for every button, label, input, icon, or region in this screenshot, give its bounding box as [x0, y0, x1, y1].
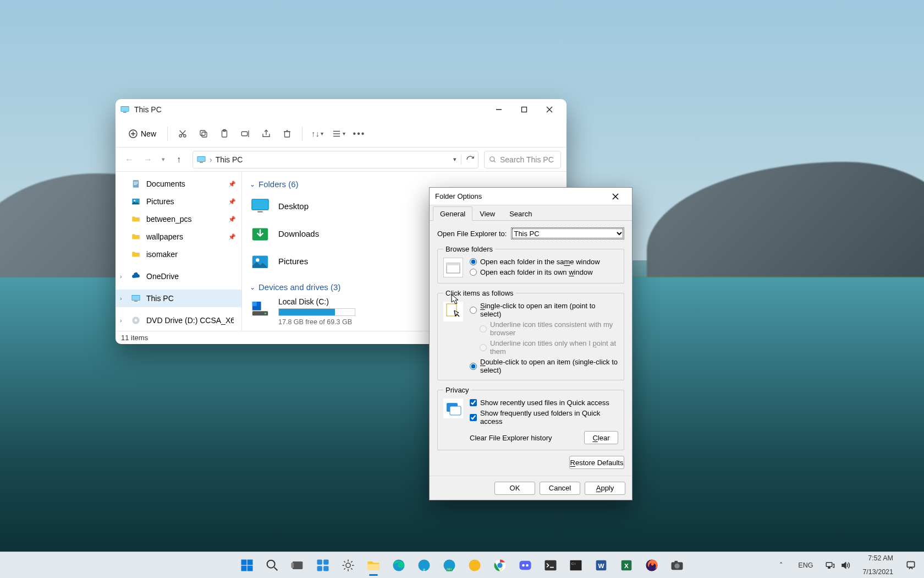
tray-chevron[interactable]: ˄ — [773, 558, 789, 572]
svg-point-83 — [522, 564, 525, 566]
address-dropdown-icon[interactable]: ▾ — [453, 156, 457, 163]
svg-point-36 — [134, 200, 135, 201]
dialog-titlebar[interactable]: Folder Options — [430, 188, 632, 205]
taskview-button[interactable] — [286, 554, 309, 577]
svg-point-47 — [256, 258, 259, 261]
edge-canary-taskbar[interactable] — [463, 554, 486, 577]
tab-view[interactable]: View — [472, 206, 502, 221]
svg-point-51 — [265, 313, 266, 314]
search-placeholder: Search This PC — [500, 155, 554, 164]
cmd-taskbar[interactable]: C:\ — [564, 554, 587, 577]
view-button[interactable]: ▾ — [329, 124, 348, 143]
chevron-down-icon: ⌄ — [250, 181, 255, 188]
svg-rect-61 — [241, 565, 247, 571]
word-taskbar[interactable]: W — [590, 554, 613, 577]
tab-search[interactable]: Search — [502, 206, 539, 221]
cut-button[interactable] — [173, 124, 192, 143]
clear-button[interactable]: Clear — [584, 431, 618, 444]
svg-rect-65 — [293, 561, 303, 569]
dialog-button-row: OK Cancel Apply — [430, 476, 632, 500]
check-recent-files[interactable]: Show recently used files in Quick access — [470, 399, 618, 407]
cancel-button[interactable]: Cancel — [540, 482, 580, 495]
notifications-button[interactable] — [902, 558, 920, 573]
sidebar-item-onedrive[interactable]: ›OneDrive — [116, 268, 241, 285]
tab-general[interactable]: General — [433, 206, 472, 221]
open-explorer-select[interactable]: This PC — [511, 227, 624, 239]
forward-button[interactable]: → — [140, 151, 156, 168]
settings-button[interactable] — [337, 554, 360, 577]
apply-button[interactable]: Apply — [585, 482, 625, 495]
breadcrumb[interactable]: This PC — [216, 155, 243, 164]
sort-button[interactable]: ↑↓▾ — [308, 124, 327, 143]
svg-rect-97 — [828, 567, 830, 568]
folder-icon — [131, 214, 141, 224]
chevron-right-icon[interactable]: › — [120, 295, 122, 302]
pictures-folder-icon — [250, 250, 271, 271]
search-box[interactable]: Search This PC — [484, 151, 561, 168]
svg-rect-60 — [248, 559, 253, 565]
thispc-icon — [131, 293, 141, 303]
sidebar-item-wallpapers[interactable]: wallpapers📌 — [116, 228, 241, 246]
svg-line-30 — [494, 160, 496, 162]
check-frequent-folders[interactable]: Show frequently used folders in Quick ac… — [470, 409, 618, 426]
discord-taskbar[interactable] — [514, 554, 537, 577]
more-button[interactable]: ••• — [350, 124, 369, 143]
svg-rect-1 — [121, 107, 129, 111]
dialog-close-button[interactable] — [604, 188, 626, 205]
edge-beta-taskbar[interactable]: β — [413, 554, 436, 577]
start-button[interactable] — [235, 554, 258, 577]
refresh-icon[interactable] — [466, 155, 475, 164]
close-button[interactable] — [537, 101, 562, 118]
radio-own-window[interactable]: Open each folder in its own window — [470, 268, 618, 276]
address-bar[interactable]: › This PC ▾ — [193, 151, 479, 168]
search-button[interactable] — [261, 554, 284, 577]
edge-taskbar[interactable] — [387, 554, 410, 577]
radio-same-window[interactable]: Open each folder in the same window — [470, 258, 618, 266]
restore-defaults-button[interactable]: Restore Defaults — [569, 456, 624, 469]
terminal-taskbar[interactable] — [539, 554, 562, 577]
svg-rect-66 — [291, 563, 294, 568]
sidebar-item-documents[interactable]: Documents📌 — [116, 175, 241, 193]
radio-double-click[interactable]: Double-click to open an item (single-cli… — [470, 358, 618, 374]
minimize-button[interactable] — [486, 101, 512, 118]
language-indicator[interactable]: ENG — [795, 559, 816, 571]
clock[interactable]: 7:52 AM 7/13/2021 — [859, 552, 897, 579]
svg-rect-18 — [241, 132, 248, 136]
widgets-button[interactable] — [311, 554, 334, 577]
camera-taskbar[interactable] — [666, 554, 689, 577]
svg-text:C:\: C:\ — [571, 561, 576, 565]
chrome-taskbar[interactable] — [488, 554, 512, 577]
sidebar-item-dvd[interactable]: ›DVD Drive (D:) CCSA_X64FRE_EN-U — [116, 312, 241, 329]
new-button[interactable]: New — [123, 126, 162, 141]
radio-single-click[interactable]: Single-click to open an item (point to s… — [470, 302, 618, 318]
svg-text:DEV: DEV — [447, 568, 452, 571]
excel-taskbar[interactable]: X — [615, 554, 638, 577]
chevron-right-icon[interactable]: › — [120, 317, 122, 324]
back-button[interactable]: ← — [121, 151, 138, 168]
sidebar-item-pictures[interactable]: Pictures📌 — [116, 193, 241, 210]
chevron-right-icon[interactable]: › — [120, 273, 122, 280]
delete-button[interactable] — [278, 124, 296, 143]
sidebar-item-between-pcs[interactable]: between_pcs📌 — [116, 210, 241, 228]
copy-button[interactable] — [194, 124, 213, 143]
navigation-bar: ← → ▾ ↑ › This PC ▾ Search This PC — [116, 148, 566, 172]
share-button[interactable] — [257, 124, 276, 143]
titlebar[interactable]: This PC — [116, 99, 566, 120]
sidebar-item-thispc[interactable]: ›This PC — [116, 290, 241, 307]
radio-underline-point: Underline icon titles only when I point … — [470, 339, 618, 356]
edge-dev-taskbar[interactable]: DEV — [438, 554, 461, 577]
volume-icon[interactable] — [840, 560, 850, 570]
ok-button[interactable]: OK — [494, 482, 535, 495]
up-button[interactable]: ↑ — [170, 151, 187, 168]
file-explorer-taskbar[interactable] — [362, 554, 385, 577]
rename-button[interactable] — [236, 124, 255, 143]
firefox-taskbar[interactable] — [640, 554, 663, 577]
sidebar-item-isomaker[interactable]: isomaker — [116, 246, 241, 263]
maximize-button[interactable] — [512, 101, 537, 118]
recent-dropdown[interactable]: ▾ — [158, 151, 168, 168]
svg-rect-32 — [134, 182, 138, 182]
taskbar: β DEV C:\ W X ˄ ENG 7:52 AM 7/13/2021 — [0, 552, 924, 578]
network-icon[interactable] — [825, 560, 835, 570]
svg-rect-39 — [134, 301, 138, 302]
paste-button[interactable] — [215, 124, 234, 143]
